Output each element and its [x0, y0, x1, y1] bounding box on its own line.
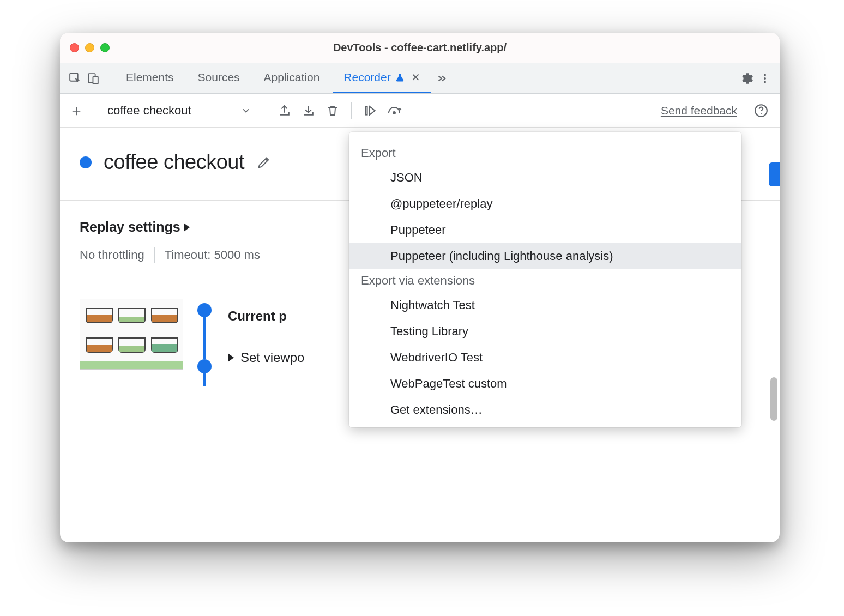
send-feedback-link[interactable]: Send feedback: [661, 104, 737, 117]
titlebar: DevTools - coffee-cart.netlify.app/: [60, 33, 780, 63]
expand-icon: [184, 223, 190, 232]
scrollbar-thumb[interactable]: [770, 377, 777, 421]
export-webdriverio[interactable]: WebdriverIO Test: [349, 345, 741, 371]
device-toggle-icon[interactable]: [85, 70, 101, 87]
tab-elements[interactable]: Elements: [115, 63, 185, 93]
export-button[interactable]: [275, 101, 294, 120]
tab-sources[interactable]: Sources: [187, 63, 251, 93]
screenshot-thumbnail[interactable]: [80, 299, 183, 370]
svg-point-4: [764, 77, 766, 79]
chevron-down-icon: [240, 105, 251, 116]
step-set-viewport[interactable]: Set viewpo: [228, 350, 304, 365]
delete-button[interactable]: [323, 101, 342, 120]
kebab-icon[interactable]: [757, 70, 773, 87]
inspect-icon[interactable]: [67, 70, 83, 87]
svg-rect-6: [365, 106, 367, 114]
export-menu: Export JSON @puppeteer/replay Puppeteer …: [349, 132, 741, 427]
new-recording-button[interactable]: ＋: [69, 100, 84, 121]
import-button[interactable]: [299, 101, 318, 120]
tab-application[interactable]: Application: [253, 63, 331, 93]
export-puppeteer-replay[interactable]: @puppeteer/replay: [349, 191, 741, 217]
svg-point-5: [764, 81, 766, 83]
svg-point-3: [764, 74, 766, 76]
timeline: [197, 303, 212, 386]
recorder-toolbar: ＋ coffee checkout Send feedback: [60, 94, 780, 128]
recording-title: coffee checkout: [104, 150, 244, 174]
svg-rect-2: [93, 76, 98, 84]
svg-point-9: [761, 113, 762, 114]
gear-icon[interactable]: [738, 70, 755, 87]
divider: [351, 102, 352, 119]
export-json[interactable]: JSON: [349, 165, 741, 191]
more-tabs-icon[interactable]: [433, 70, 450, 87]
export-webpagetest[interactable]: WebPageTest custom: [349, 371, 741, 397]
window-title: DevTools - coffee-cart.netlify.app/: [333, 41, 507, 54]
divider: [108, 70, 108, 87]
export-get-extensions[interactable]: Get extensions…: [349, 397, 741, 423]
timeout-value: Timeout: 5000 ms: [165, 248, 260, 262]
tab-recorder[interactable]: Recorder ✕: [333, 63, 431, 93]
divider: [93, 102, 93, 119]
flask-icon: [395, 73, 405, 82]
expand-icon: [228, 353, 234, 362]
export-group-label: Export: [349, 142, 741, 165]
throttling-value: No throttling: [80, 248, 144, 262]
timeline-dot: [197, 303, 212, 317]
export-testing-library[interactable]: Testing Library: [349, 318, 741, 345]
export-puppeteer-lighthouse[interactable]: Puppeteer (including Lighthouse analysis…: [349, 243, 741, 269]
step-button[interactable]: [360, 101, 380, 120]
help-icon[interactable]: [751, 101, 771, 120]
recording-indicator-icon: [80, 156, 92, 168]
devtools-tabstrip: Elements Sources Application Recorder ✕: [60, 63, 780, 94]
divider: [154, 247, 155, 263]
svg-point-7: [393, 112, 395, 114]
recording-select[interactable]: coffee checkout: [102, 104, 257, 118]
minimize-window-button[interactable]: [85, 43, 94, 52]
edit-icon[interactable]: [256, 155, 272, 170]
slow-replay-button[interactable]: [384, 101, 404, 120]
devtools-window: DevTools - coffee-cart.netlify.app/ Elem…: [60, 33, 780, 542]
step-current-page[interactable]: Current p: [228, 309, 304, 324]
export-nightwatch[interactable]: Nightwatch Test: [349, 292, 741, 318]
export-puppeteer[interactable]: Puppeteer: [349, 217, 741, 243]
replay-button-edge[interactable]: [769, 162, 780, 186]
export-extensions-group-label: Export via extensions: [349, 269, 741, 292]
zoom-window-button[interactable]: [100, 43, 110, 52]
window-controls: [70, 43, 110, 52]
close-tab-icon[interactable]: ✕: [411, 71, 420, 84]
timeline-dot: [197, 359, 212, 373]
close-window-button[interactable]: [70, 43, 79, 52]
recording-select-label: coffee checkout: [107, 104, 191, 118]
divider: [266, 102, 266, 119]
